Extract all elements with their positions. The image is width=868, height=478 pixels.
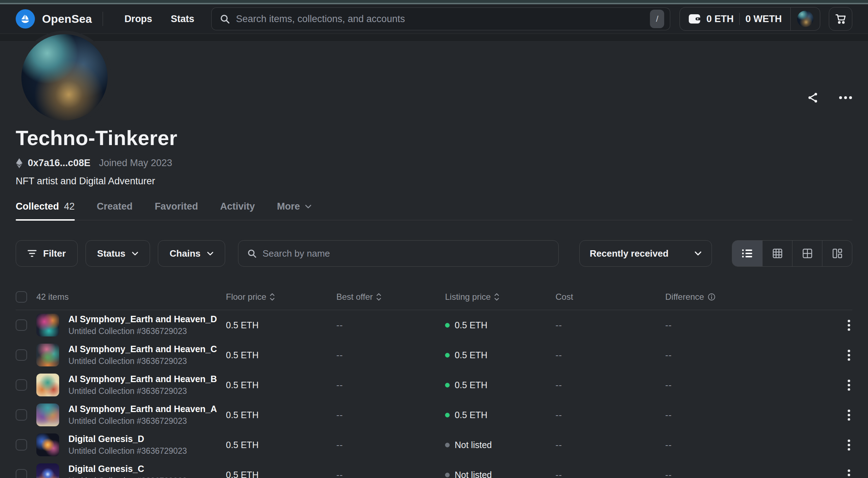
nav-link-drops[interactable]: Drops [115,14,161,25]
wallet-balance-button[interactable]: 0 ETH 0 WETH [680,7,790,30]
listing-price-cell: 0.5 ETH [445,380,556,390]
row-menu-button[interactable] [846,377,852,393]
cart-icon [835,13,847,25]
column-cost: Cost [556,292,665,302]
view-grid-button[interactable] [792,241,822,266]
nft-collection[interactable]: Untitled Collection #3636729023 [68,446,187,456]
profile-meta: 0x7a16...c08E Joined May 2023 [16,158,852,169]
wallet-separator [739,13,740,25]
chains-dropdown[interactable]: Chains [158,240,225,267]
row-checkbox[interactable] [16,439,27,451]
column-label: Difference [665,292,704,302]
row-menu-button[interactable] [846,318,852,333]
tab-created[interactable]: Created [97,201,133,220]
nft-name[interactable]: AI Symphony_Earth and Heaven_D [68,314,217,324]
column-label: Listing price [445,292,491,302]
nft-thumbnail [36,463,59,478]
table-row[interactable]: AI Symphony_Earth and Heaven_A Untitled … [16,400,852,430]
listing-status-dot [445,323,450,328]
select-all-checkbox[interactable] [16,291,27,303]
difference-value: -- [665,380,835,390]
status-dropdown[interactable]: Status [86,240,150,267]
nft-collection[interactable]: Untitled Collection #3636729023 [68,416,217,426]
status-label: Status [97,248,125,259]
cost-value: -- [556,380,665,390]
row-menu-button[interactable] [846,467,852,478]
global-search-input[interactable] [236,14,644,25]
nft-collection[interactable]: Untitled Collection #3636729023 [68,327,217,336]
search-shortcut-badge: / [650,10,664,28]
table-row[interactable]: AI Symphony_Earth and Heaven_D Untitled … [16,310,852,340]
difference-value: -- [665,470,835,478]
floor-price-value: 0.5 ETH [226,470,336,478]
sort-dropdown[interactable]: Recently received [579,240,712,267]
collected-count: 42 [64,201,75,212]
info-icon[interactable] [708,293,715,301]
chevron-down-icon [207,252,213,256]
view-list-button[interactable] [732,241,762,266]
difference-value: -- [665,320,835,330]
difference-value: -- [665,350,835,360]
global-search-bar[interactable]: / [211,7,670,30]
nft-name[interactable]: Digital Genesis_C [68,464,187,474]
profile-banner [0,34,868,42]
collection-toolbar: Filter Status Chains [16,240,852,267]
opensea-logo[interactable]: OpenSea [16,9,92,29]
column-floor-price[interactable]: Floor price [226,292,336,302]
floor-price-value: 0.5 ETH [226,440,336,450]
column-listing-price[interactable]: Listing price [445,292,556,302]
search-icon [219,14,230,24]
nft-collection[interactable]: Untitled Collection #3636729023 [68,386,217,396]
nft-collection[interactable]: Untitled Collection #3636729023 [68,356,217,366]
column-best-offer[interactable]: Best offer [336,292,445,302]
wallet-address[interactable]: 0x7a16...c08E [28,158,91,169]
table-row[interactable]: AI Symphony_Earth and Heaven_C Untitled … [16,340,852,370]
row-checkbox[interactable] [16,379,27,391]
floor-price-value: 0.5 ETH [226,380,336,390]
cart-button[interactable] [829,7,852,31]
nft-name[interactable]: AI Symphony_Earth and Heaven_C [68,344,217,354]
nft-name[interactable]: Digital Genesis_D [68,434,187,444]
row-menu-button[interactable] [846,437,852,453]
profile-bio: NFT artist and Digital Adventurer [16,176,852,187]
row-menu-button[interactable] [846,407,852,423]
row-checkbox[interactable] [16,409,27,421]
tab-more[interactable]: More [277,201,311,220]
table-row[interactable]: Digital Genesis_C Untitled Collection #3… [16,460,852,478]
nft-name[interactable]: AI Symphony_Earth and Heaven_A [68,404,217,414]
nav-link-stats[interactable]: Stats [161,14,203,25]
share-button[interactable] [807,92,819,104]
nft-collection[interactable]: Untitled Collection #3636729023 [68,476,187,478]
column-label: Floor price [226,292,266,302]
row-menu-button[interactable] [846,348,852,363]
nft-thumbnail [36,314,59,336]
table-row[interactable]: Digital Genesis_D Untitled Collection #3… [16,430,852,460]
view-grid-dense-button[interactable] [762,241,792,266]
listing-price-cell: 0.5 ETH [445,320,556,330]
tab-collected[interactable]: Collected 42 [16,201,75,220]
tab-favorited[interactable]: Favorited [155,201,198,220]
listing-price-cell: 0.5 ETH [445,410,556,420]
view-masonry-button[interactable] [822,241,852,266]
profile-avatar[interactable] [18,31,111,124]
table-row[interactable]: AI Symphony_Earth and Heaven_B Untitled … [16,370,852,400]
nft-name[interactable]: AI Symphony_Earth and Heaven_B [68,374,217,384]
brand-name: OpenSea [42,12,92,26]
row-checkbox[interactable] [16,349,27,361]
name-search-input[interactable] [263,248,550,259]
tab-activity[interactable]: Activity [220,201,255,220]
more-options-button[interactable] [839,96,852,99]
filter-button[interactable]: Filter [16,240,78,267]
best-offer-value: -- [336,350,445,360]
column-difference: Difference [665,292,835,302]
column-label: Cost [556,292,573,302]
listing-price-value: Not listed [455,470,492,478]
row-checkbox[interactable] [16,319,27,331]
name-search-bar[interactable] [238,240,559,267]
row-checkbox[interactable] [16,469,27,478]
listing-status-dot [445,473,450,477]
grid-dense-icon [773,248,782,258]
account-menu-button[interactable] [790,7,820,30]
tab-created-label: Created [97,201,133,212]
sort-icon [376,293,381,301]
